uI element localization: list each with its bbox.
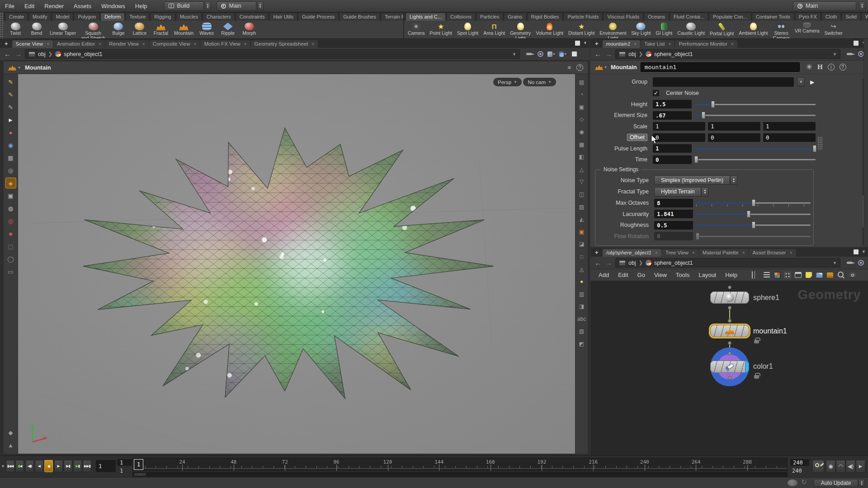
shelf-tab-rigid-bodies[interactable]: Rigid Bodies	[527, 13, 563, 21]
shelf-tab-pyro-fx[interactable]: Pyro FX	[795, 13, 821, 21]
tool-caustic-light[interactable]: Caustic Light	[675, 22, 707, 36]
vp-tool-icon[interactable]: ▥	[577, 290, 586, 299]
vp-tool-icon[interactable]: abc	[577, 314, 586, 324]
fractal-type-dropdown[interactable]: Hybrid Terrain	[654, 187, 701, 197]
offset-y-field[interactable]: 0	[708, 133, 760, 142]
back-icon[interactable]: ←	[594, 259, 602, 266]
shelf-tab-polygon[interactable]: Polygon	[74, 13, 100, 21]
scale-z-field[interactable]: 1	[763, 122, 816, 131]
tree-view-icon[interactable]	[752, 271, 760, 279]
back-icon[interactable]: ←	[3, 51, 12, 57]
back-icon[interactable]: ←	[594, 51, 602, 57]
tool-environment-light[interactable]: Environment Light	[597, 22, 628, 38]
shelf-grip-handle[interactable]	[0, 12, 4, 38]
time-slider[interactable]	[695, 155, 816, 164]
params-path-field[interactable]: obj ❯ sphere_object1 ▼	[615, 49, 840, 59]
height-field[interactable]: 1.5	[653, 100, 692, 108]
tab-performance-monitor[interactable]: Performance Monitor×	[675, 40, 737, 48]
fast-forward-button[interactable]: ▶▶▮	[83, 460, 91, 472]
param-label[interactable]: Element Size	[614, 112, 647, 118]
tool-ripple[interactable]: Ripple	[217, 22, 238, 36]
tool-geometry-light[interactable]: Geometry Light	[508, 22, 533, 38]
pin-icon[interactable]	[845, 50, 854, 58]
tool-switcher[interactable]: ↪Switcher	[822, 22, 845, 36]
vp-tool-icon[interactable]: ▽	[577, 177, 586, 186]
shelf-tab-particle-fluids[interactable]: Particle Fluids	[563, 13, 603, 21]
range-end-field[interactable]: 240	[790, 459, 809, 466]
param-label[interactable]: Roughness	[620, 222, 649, 228]
play-reverse-button[interactable]: ◀	[35, 460, 43, 472]
param-label[interactable]: Time	[635, 156, 647, 163]
fractal-type-spinner-icon[interactable]: ▲▼	[701, 187, 708, 197]
close-tab-icon[interactable]: ×	[669, 42, 671, 47]
refresh-icon[interactable]: ↻	[801, 478, 807, 486]
shelf-tab-create[interactable]: Create	[5, 13, 28, 21]
close-tab-icon[interactable]: ×	[655, 250, 658, 255]
step-forward-button[interactable]: ▶▮	[64, 460, 72, 472]
node-output-dot[interactable]	[728, 341, 731, 345]
stop-button[interactable]: ■	[44, 460, 53, 472]
close-tab-icon[interactable]: ×	[244, 42, 247, 47]
path-dropdown-icon[interactable]: ▼	[512, 52, 516, 56]
audio-button[interactable]: ◀)	[846, 460, 855, 473]
gear-icon[interactable]: ✳	[806, 64, 812, 70]
vp-tool-icon[interactable]: ◆	[6, 427, 16, 437]
shelf-tab-deform[interactable]: Deform	[100, 13, 125, 21]
bookmarks-bar[interactable]: …	[132, 472, 788, 477]
shelf-tab-guide-process[interactable]: Guide Process	[298, 13, 339, 21]
shelf-tab-fluid-contai[interactable]: Fluid Contai...	[670, 13, 708, 21]
vp-tool-icon[interactable]: ◍	[6, 203, 16, 213]
vp-tool-icon[interactable]: ■	[6, 229, 16, 239]
op-help-icon[interactable]: ?	[576, 64, 583, 71]
tool-gi-light[interactable]: GI Light	[654, 22, 675, 36]
windows-view-icon[interactable]	[795, 272, 802, 278]
stowbar-handle[interactable]	[863, 39, 868, 247]
vp-tool-icon[interactable]: ◧	[577, 152, 586, 161]
next-key-button[interactable]: ▶▮	[73, 460, 82, 472]
shelf-tab-lights-and-c[interactable]: Lights and C...	[406, 13, 446, 21]
vp-tool-icon[interactable]: ◉	[577, 127, 586, 136]
vp-tool-icon[interactable]: ◨	[577, 302, 586, 311]
menu-render[interactable]: Render	[39, 0, 69, 12]
desktop-select-right[interactable]: Main	[793, 1, 856, 11]
vp-tool-icon[interactable]: ►	[6, 115, 16, 125]
tab-render-view[interactable]: Render View×	[105, 40, 148, 48]
param-label[interactable]: Height	[631, 101, 647, 108]
roughness-field[interactable]: 0.5	[654, 221, 693, 230]
param-label[interactable]: Pulse Length	[614, 145, 647, 152]
vp-tool-icon[interactable]: ▣	[6, 191, 16, 201]
pane-maximize-icon[interactable]	[854, 249, 859, 254]
tool-distant-light[interactable]: ★Distant Light	[566, 22, 597, 36]
offset-z-field[interactable]: 0	[763, 133, 816, 142]
menu-windows[interactable]: Windows	[96, 0, 130, 12]
vp-tool-icon[interactable]: ✎	[6, 77, 16, 87]
shelf-tab-viscous-fluids[interactable]: Viscous Fluids	[603, 13, 643, 21]
playbar-collapse-icon[interactable]: ▼	[1, 464, 5, 469]
tab-material-palette[interactable]: Material Palette×	[699, 249, 749, 257]
auto-update-dropdown[interactable]: Auto Update	[814, 479, 858, 487]
shelf-tab-particles[interactable]: Particles	[476, 13, 503, 21]
tool-linear-taper[interactable]: Linear Taper	[47, 22, 78, 36]
tab-take-list[interactable]: Take List×	[641, 40, 675, 48]
param-label[interactable]: Lacunarity	[623, 211, 649, 217]
vp-tool-icon[interactable]: ▦	[577, 140, 586, 149]
forward-icon[interactable]: →	[604, 51, 613, 57]
tool-area-light[interactable]: ΠArea Light	[481, 22, 507, 36]
net-menu-tools[interactable]: Tools	[671, 272, 694, 278]
vp-tool-icon[interactable]: ◩	[577, 339, 586, 348]
node-input-dot[interactable]	[728, 352, 731, 355]
tab-tree-view[interactable]: Tree View×	[662, 249, 698, 257]
node-color1[interactable]	[710, 361, 749, 373]
tool-bend[interactable]: Bend	[26, 22, 47, 36]
node-input-dot[interactable]	[728, 286, 731, 289]
offset-x-field[interactable]: 0	[653, 133, 705, 142]
param-label[interactable]: Noise Type	[621, 177, 649, 183]
group-field[interactable]	[653, 77, 794, 87]
pulse-length-field[interactable]: 1	[653, 144, 692, 153]
play-button[interactable]: ▶	[54, 460, 63, 472]
shelf-tab-muscles[interactable]: Muscles	[176, 13, 202, 21]
shelf-tab-hair-utils[interactable]: Hair Utils	[269, 13, 297, 21]
close-tab-icon[interactable]: ×	[742, 250, 745, 255]
tab-mountain1[interactable]: mountain1×	[603, 40, 641, 48]
vp-tool-icon[interactable]: ◯	[6, 254, 16, 264]
